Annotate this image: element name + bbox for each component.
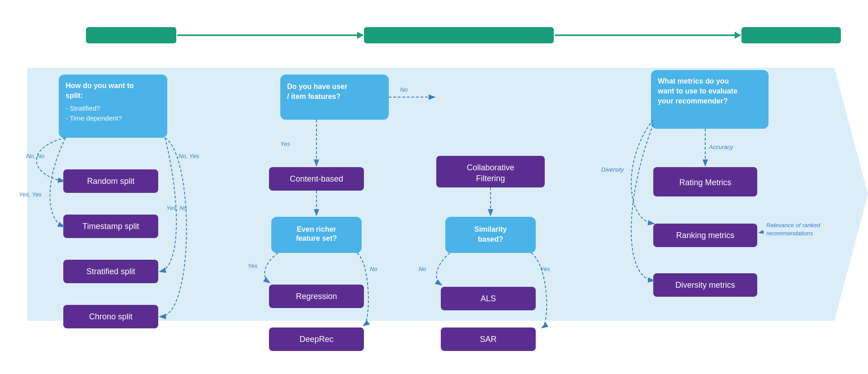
pipeline-row	[27, 27, 841, 43]
svg-text:Filtering: Filtering	[476, 174, 505, 183]
svg-text:/ item features?: / item features?	[287, 93, 340, 100]
arrow-diversity2	[631, 124, 653, 280]
svg-text:Even richer: Even richer	[297, 225, 336, 233]
svg-text:want to use to evaluate: want to use to evaluate	[657, 87, 737, 95]
arrow-yes-yes	[50, 138, 66, 226]
svg-text:Do you have user: Do you have user	[287, 83, 347, 90]
svg-text:Relevance of ranked: Relevance of ranked	[766, 222, 821, 229]
similarity-based-box	[445, 217, 536, 253]
svg-text:Yes, No: Yes, No	[166, 205, 187, 211]
svg-text:Collaborative: Collaborative	[467, 163, 514, 172]
arrow-side-note	[760, 232, 764, 233]
svg-text:Ranking metrics: Ranking metrics	[676, 231, 734, 240]
svg-text:No: No	[419, 266, 426, 272]
svg-text:recommendations: recommendations	[766, 230, 813, 237]
svg-text:Stratified split: Stratified split	[86, 267, 135, 276]
arrow-no-als	[436, 253, 450, 285]
svg-text:-  Stratified?: - Stratified?	[66, 104, 100, 112]
arrow-yes-regression	[264, 253, 278, 282]
pipeline-arrow-2	[555, 35, 741, 36]
svg-text:Timestamp split: Timestamp split	[82, 222, 139, 231]
svg-text:Accuracy: Accuracy	[708, 144, 734, 150]
svg-text:No: No	[370, 266, 377, 272]
svg-text:What metrics do you: What metrics do you	[658, 77, 729, 85]
svg-text:Diversity metrics: Diversity metrics	[675, 280, 735, 290]
svg-text:-  Time dependent?: - Time dependent?	[66, 114, 122, 122]
svg-text:Yes, Yes: Yes, Yes	[19, 191, 42, 198]
svg-text:Regression: Regression	[296, 292, 337, 301]
svg-text:Yes: Yes	[540, 266, 550, 272]
pipeline-arrow-1	[177, 35, 363, 36]
svg-text:split:: split:	[66, 92, 83, 99]
svg-text:Yes: Yes	[280, 140, 290, 147]
svg-text:ALS: ALS	[481, 294, 496, 303]
svg-text:Diversity: Diversity	[601, 166, 624, 173]
svg-text:Yes: Yes	[248, 262, 258, 269]
pipeline-box-recommender	[364, 27, 554, 43]
arrow-no-yes	[160, 138, 187, 317]
svg-text:feature set?: feature set?	[296, 234, 337, 242]
svg-text:No, Yes: No, Yes	[179, 153, 199, 159]
svg-text:Similarity: Similarity	[474, 225, 507, 233]
svg-text:Chrono split: Chrono split	[89, 312, 132, 321]
diagram-svg: How do you want to split: - Stratified? …	[0, 65, 868, 373]
pipeline-box-evaluator	[741, 27, 841, 43]
svg-text:Random split: Random split	[87, 177, 134, 186]
svg-text:SAR: SAR	[480, 335, 496, 344]
svg-text:your recommender?: your recommender?	[658, 97, 728, 105]
svg-text:Rating Metrics: Rating Metrics	[679, 178, 731, 187]
svg-text:No: No	[400, 86, 408, 93]
pipeline-box-data	[86, 27, 176, 43]
svg-text:DeepRec: DeepRec	[299, 335, 333, 344]
svg-text:based?: based?	[478, 235, 503, 243]
svg-text:Content-based: Content-based	[290, 174, 343, 183]
svg-text:How do you want to: How do you want to	[66, 82, 134, 89]
arrow-diversity	[631, 120, 653, 224]
svg-text:No, No: No, No	[26, 153, 44, 159]
arrow-no-no	[37, 138, 66, 181]
